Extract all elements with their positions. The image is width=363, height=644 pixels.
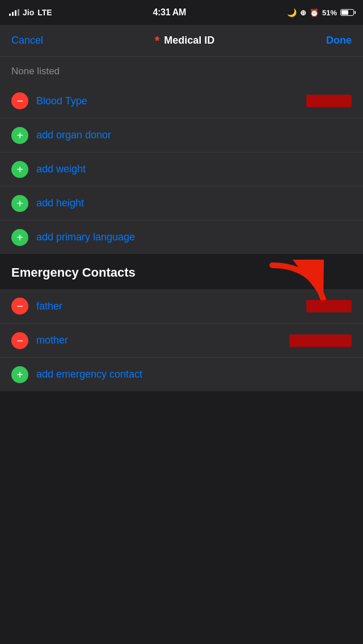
father-redacted <box>306 300 352 312</box>
father-contact-item: − father <box>0 289 363 323</box>
battery-percent: 51% <box>322 9 337 17</box>
bottom-spacer <box>0 391 363 414</box>
language-item[interactable]: + add primary language <box>0 220 363 254</box>
blood-type-redacted <box>306 95 352 107</box>
language-label[interactable]: add primary language <box>36 231 352 243</box>
nav-title: * Medical ID <box>155 33 215 48</box>
blood-type-label[interactable]: Blood Type <box>36 95 298 107</box>
moon-icon: 🌙 <box>287 8 297 17</box>
none-listed-label: None listed <box>0 57 363 84</box>
medical-asterisk-icon: * <box>155 33 160 48</box>
add-language-button[interactable]: + <box>11 229 28 246</box>
mother-redacted <box>289 334 352 347</box>
emergency-contacts-header: Emergency Contacts <box>0 254 363 289</box>
signal-icon <box>9 9 19 16</box>
medical-info-section: − Blood Type + add organ donor + add wei… <box>0 84 363 254</box>
location-icon: ⊕ <box>300 9 306 17</box>
add-emergency-contact-button[interactable]: + <box>11 366 28 383</box>
add-emergency-contact-item[interactable]: + add emergency contact <box>0 357 363 391</box>
weight-label[interactable]: add weight <box>36 163 352 175</box>
blood-type-item: − Blood Type <box>0 84 363 118</box>
status-right: 🌙 ⊕ ⏰ 51% <box>287 8 354 17</box>
status-left: Jio LTE <box>9 8 52 17</box>
carrier-label: Jio <box>23 8 34 17</box>
add-emergency-contact-label[interactable]: add emergency contact <box>36 368 352 380</box>
status-time: 4:31 AM <box>153 7 186 18</box>
emergency-contacts-title: Emergency Contacts <box>11 265 136 279</box>
add-height-button[interactable]: + <box>11 195 28 212</box>
blood-type-value <box>306 95 352 107</box>
remove-father-button[interactable]: − <box>11 298 28 315</box>
emergency-contacts-section: − father − mother + add emergency contac… <box>0 289 363 391</box>
battery-icon <box>340 9 354 16</box>
add-organ-donor-button[interactable]: + <box>11 127 28 144</box>
remove-blood-type-button[interactable]: − <box>11 92 28 109</box>
alarm-icon: ⏰ <box>310 9 319 17</box>
add-weight-button[interactable]: + <box>11 161 28 178</box>
remove-mother-button[interactable]: − <box>11 332 28 349</box>
father-value <box>306 300 352 312</box>
page-title: Medical ID <box>164 35 214 46</box>
height-item[interactable]: + add height <box>0 186 363 220</box>
done-button[interactable]: Done <box>326 35 352 46</box>
mother-label[interactable]: mother <box>36 334 281 346</box>
weight-item[interactable]: + add weight <box>0 152 363 186</box>
nav-bar: Cancel * Medical ID Done <box>0 25 363 57</box>
height-label[interactable]: add height <box>36 197 352 209</box>
organ-donor-item[interactable]: + add organ donor <box>0 118 363 152</box>
cancel-button[interactable]: Cancel <box>11 35 43 46</box>
mother-value <box>289 334 352 347</box>
father-label[interactable]: father <box>36 300 298 312</box>
organ-donor-label[interactable]: add organ donor <box>36 129 352 141</box>
mother-contact-item: − mother <box>0 323 363 357</box>
network-label: LTE <box>37 8 52 17</box>
status-bar: Jio LTE 4:31 AM 🌙 ⊕ ⏰ 51% <box>0 0 363 25</box>
